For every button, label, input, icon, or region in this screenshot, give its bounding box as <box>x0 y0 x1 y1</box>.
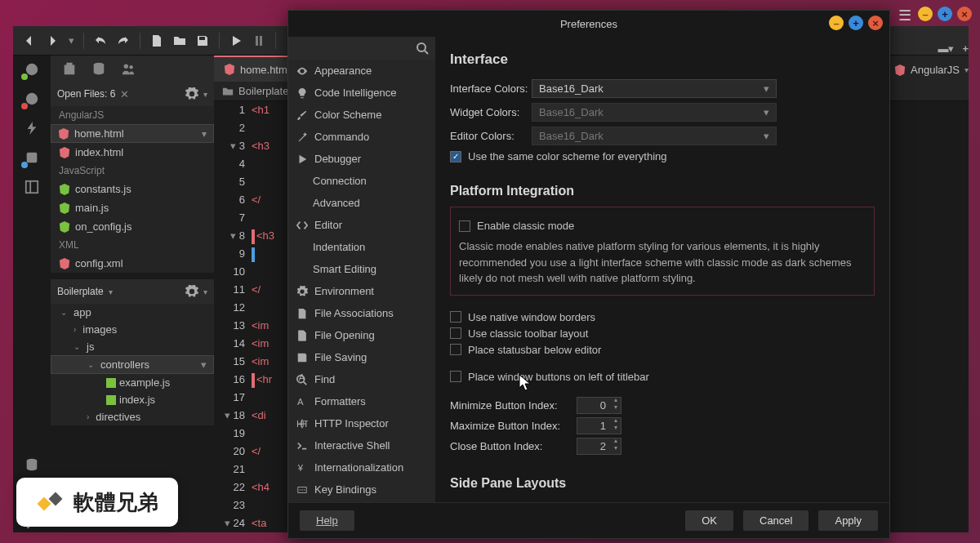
tree-item[interactable]: index.js <box>51 391 214 408</box>
platform-checkbox[interactable]: Use native window borders <box>450 311 875 323</box>
side-icon-db[interactable] <box>23 456 41 474</box>
code-line[interactable]: <im <box>252 317 274 335</box>
prefs-minimize-button[interactable]: – <box>829 16 844 30</box>
nav-dropdown[interactable]: ▾ <box>65 31 77 51</box>
prefs-category-smart-editing[interactable]: Smart Editing <box>288 258 435 280</box>
code-line[interactable] <box>252 496 274 514</box>
new-file-button[interactable] <box>147 31 167 51</box>
tree-item[interactable]: ›directives <box>51 408 214 425</box>
play-button[interactable] <box>226 31 246 51</box>
open-file-item[interactable]: main.js <box>51 198 214 217</box>
prefs-category-environment[interactable]: Environment <box>288 280 435 302</box>
undo-button[interactable] <box>91 31 110 51</box>
prefs-category-language-help[interactable]: ?Language Help <box>288 501 435 502</box>
code-line[interactable]: <di <box>252 407 274 425</box>
tab-files-icon[interactable] <box>62 61 77 76</box>
color-select[interactable]: Base16_Dark <box>532 127 777 145</box>
prefs-category-appearance[interactable]: Appearance <box>288 60 435 82</box>
tree-item[interactable]: example.js <box>51 374 214 391</box>
prefs-category-file-associations[interactable]: File Associations <box>288 302 435 324</box>
code-line[interactable]: <h4 <box>252 478 274 496</box>
tree-item[interactable]: ›images <box>51 321 214 338</box>
code-line[interactable]: </ <box>252 281 274 299</box>
spin-input[interactable]: 0 <box>577 397 621 414</box>
side-icon-layout[interactable] <box>23 178 41 196</box>
project-header[interactable]: Boilerplate <box>57 286 104 297</box>
breadcrumb[interactable]: Boilerplate <box>238 85 288 97</box>
platform-checkbox[interactable]: Use classic toolbar layout <box>450 327 875 340</box>
open-file-item[interactable]: home.html <box>51 124 214 143</box>
code-line[interactable]: </ <box>252 191 274 209</box>
pause-button[interactable] <box>249 31 269 51</box>
prefs-category-file-opening[interactable]: File Opening <box>288 324 435 346</box>
tree-item[interactable]: ⌄controllers <box>51 355 214 374</box>
prefs-category-code-intelligence[interactable]: Code Intelligence <box>288 82 435 104</box>
prefs-category-internationalization[interactable]: ¥Internationalization <box>288 456 435 478</box>
open-button[interactable] <box>170 31 189 51</box>
prefs-category-indentation[interactable]: Indentation <box>288 236 435 258</box>
code-line[interactable]: <ta <box>252 514 274 532</box>
tree-item[interactable]: ⌄app <box>51 304 214 321</box>
code-line[interactable]: <hr <box>252 371 274 389</box>
angular-tag[interactable]: AngularJS ▾ <box>894 64 969 76</box>
ok-button[interactable]: OK <box>685 510 733 531</box>
tab-users-icon[interactable] <box>121 61 136 76</box>
bg-minimize-button[interactable]: – <box>918 7 933 21</box>
side-icon-flash[interactable] <box>23 119 41 137</box>
redo-button[interactable] <box>114 31 133 51</box>
editor-tab[interactable]: home.htm <box>214 56 297 82</box>
prefs-category-commando[interactable]: Commando <box>288 126 435 148</box>
cancel-button[interactable]: Cancel <box>743 510 808 531</box>
help-button[interactable]: Help <box>300 510 354 531</box>
platform-checkbox[interactable]: Place window buttons on left of titlebar <box>450 371 875 383</box>
bg-maximize-button[interactable]: + <box>938 7 952 21</box>
spin-input[interactable]: 1 <box>577 417 621 434</box>
color-select[interactable]: Base16_Dark <box>532 79 777 98</box>
prefs-maximize-button[interactable]: + <box>849 16 863 30</box>
code-line[interactable]: </ <box>252 443 274 461</box>
prefs-category-advanced[interactable]: Advanced <box>288 192 435 214</box>
project-gear-icon[interactable] <box>185 285 198 298</box>
search-icon[interactable] <box>416 42 429 55</box>
code-line[interactable] <box>252 425 274 443</box>
prefs-category-connection[interactable]: Connection <box>288 170 435 192</box>
prefs-category-color-scheme[interactable]: Color Scheme <box>288 104 435 126</box>
code-line[interactable]: <h3 <box>252 227 274 245</box>
code-line[interactable] <box>252 173 274 191</box>
open-file-item[interactable]: index.html <box>51 143 214 162</box>
open-files-close-icon[interactable]: ✕ <box>120 88 129 100</box>
prefs-category-editor[interactable]: Editor <box>288 214 435 236</box>
side-icon-3[interactable] <box>23 149 41 167</box>
prefs-category-http-inspector[interactable]: HTTPHTTP Inspector <box>288 412 435 434</box>
collapse-icon[interactable]: ▬▾ <box>938 42 954 55</box>
code-line[interactable]: <im <box>252 353 274 371</box>
code-line[interactable] <box>252 155 274 173</box>
spin-input[interactable]: 2 <box>577 438 621 455</box>
code-line[interactable] <box>252 119 274 137</box>
prefs-category-key-bindings[interactable]: Key Bindings <box>288 478 435 501</box>
color-select[interactable]: Base16_Dark <box>532 103 777 122</box>
code-line[interactable] <box>252 299 274 317</box>
code-line[interactable]: <im <box>252 335 274 353</box>
prefs-category-debugger[interactable]: Debugger <box>288 148 435 170</box>
apply-button[interactable]: Apply <box>818 510 878 531</box>
code-line[interactable] <box>252 461 274 478</box>
side-icon-1[interactable] <box>23 60 41 78</box>
add-icon[interactable]: + <box>962 42 969 55</box>
prefs-category-find[interactable]: AFind <box>288 368 435 390</box>
open-file-item[interactable]: on_config.js <box>51 217 214 236</box>
prefs-category-interactive-shell[interactable]: Interactive Shell <box>288 434 435 456</box>
side-icon-2[interactable] <box>23 90 41 108</box>
same-scheme-checkbox[interactable]: Use the same color scheme for everything <box>450 150 875 162</box>
code-line[interactable] <box>252 209 274 227</box>
menu-icon[interactable]: ☰ <box>898 7 911 24</box>
classic-mode-checkbox[interactable]: Enable classic mode <box>459 220 866 232</box>
code-line[interactable] <box>252 245 274 263</box>
nav-back-button[interactable] <box>20 31 39 51</box>
tab-db-icon[interactable] <box>91 61 106 76</box>
save-button[interactable] <box>193 31 212 51</box>
code-line[interactable]: <h3 <box>252 137 274 155</box>
code-line[interactable]: <h1 <box>252 101 274 119</box>
prefs-category-file-saving[interactable]: File Saving <box>288 346 435 368</box>
platform-checkbox[interactable]: Place statusbar below editor <box>450 344 875 356</box>
